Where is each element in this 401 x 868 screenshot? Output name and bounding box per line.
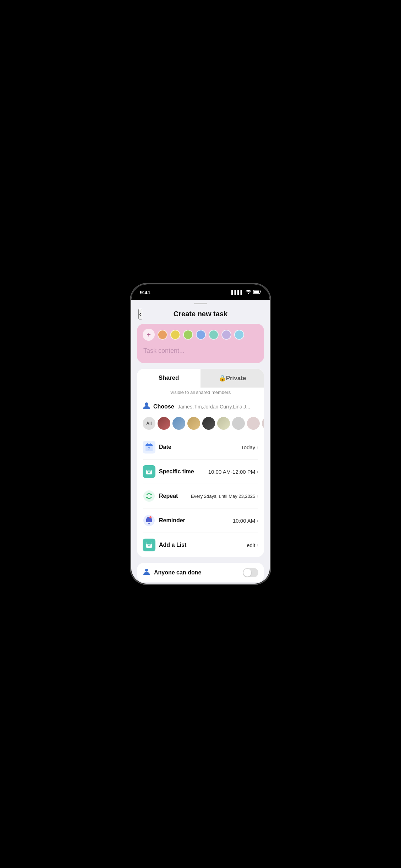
drag-handle [131, 300, 270, 306]
avatar-6[interactable] [232, 417, 245, 430]
specific-time-label: Specific time [159, 468, 208, 475]
color-dot-yellow[interactable] [170, 330, 180, 340]
repeat-chevron: › [257, 493, 258, 499]
status-bar: 9:41 ▌▌▌▌ [131, 284, 270, 300]
reminder-chevron: › [257, 518, 258, 523]
color-row: + [143, 329, 258, 341]
avatar-5[interactable] [217, 417, 230, 430]
avatar-4[interactable] [202, 417, 215, 430]
task-input-area[interactable]: + Task content... [137, 324, 264, 363]
add-list-chevron: › [257, 542, 258, 548]
svg-point-20 [149, 516, 152, 518]
specific-time-chevron: › [257, 469, 258, 474]
tab-row: Shared 🔒Private [137, 369, 264, 388]
svg-point-15 [143, 490, 155, 502]
svg-point-3 [145, 402, 148, 406]
reminder-value: 10:00 AM [233, 518, 255, 524]
svg-point-25 [145, 569, 148, 572]
add-list-row[interactable]: W Add a List edit › [137, 533, 264, 557]
content-area: ‹ Create new task + Task content... Shar… [131, 300, 270, 584]
signal-icon: ▌▌▌▌ [231, 290, 243, 295]
svg-text:7: 7 [148, 447, 150, 450]
anyone-toggle[interactable] [243, 568, 258, 577]
date-row[interactable]: 7 Date Today › [137, 435, 264, 459]
avatar-row: All [137, 416, 264, 435]
tab-private[interactable]: 🔒Private [200, 369, 264, 388]
color-dot-green[interactable] [183, 330, 193, 340]
add-list-label: Add a List [159, 542, 247, 548]
add-list-value: edit [247, 542, 255, 548]
tab-shared[interactable]: Shared [137, 369, 200, 388]
time-icon: W [143, 465, 155, 478]
reminder-row[interactable]: Reminder 10:00 AM › [137, 508, 264, 533]
list-icon: W [143, 539, 155, 551]
avatar-3[interactable] [187, 417, 200, 430]
repeat-row[interactable]: Repeat Every 2days, until May 23,2025 › [137, 484, 264, 508]
color-dot-teal[interactable] [209, 330, 219, 340]
repeat-icon [143, 490, 155, 502]
choose-label: Choose [153, 404, 174, 410]
color-dot-blue[interactable] [196, 330, 206, 340]
anyone-label: Anyone can done [154, 569, 239, 576]
specific-time-value: 10:00 AM-12:00 PM [208, 469, 256, 475]
specific-time-row[interactable]: W Specific time 10:00 AM-12:00 PM › [137, 460, 264, 484]
svg-point-19 [148, 523, 150, 524]
battery-icon [253, 290, 261, 295]
date-value: Today [241, 444, 255, 450]
avatar-8[interactable] [262, 417, 264, 430]
choose-row[interactable]: Choose James,Tim,Jordan,Curry,Lina,J... [137, 399, 264, 416]
visible-text: Visible to all shared members [137, 388, 264, 399]
anyone-row: Anyone can done [143, 568, 258, 577]
svg-rect-2 [254, 290, 259, 293]
bottom-panel: Anyone can done [137, 563, 264, 582]
svg-point-0 [248, 293, 249, 294]
status-icons: ▌▌▌▌ [231, 290, 261, 295]
color-dot-orange[interactable] [158, 330, 167, 340]
anyone-icon [143, 568, 150, 577]
svg-rect-14 [146, 469, 152, 471]
page-title: Create new task [174, 310, 227, 318]
avatar-all[interactable]: All [143, 417, 155, 430]
choose-names: James,Tim,Jordan,Curry,Lina,J... [178, 404, 251, 410]
color-dot-sky[interactable] [234, 330, 244, 340]
reminder-icon [143, 514, 155, 527]
wifi-icon [246, 290, 251, 295]
toggle-knob [243, 569, 251, 577]
avatar-1[interactable] [158, 417, 170, 430]
status-time: 9:41 [140, 289, 150, 295]
shared-private-panel: Shared 🔒Private Visible to all shared me… [137, 369, 264, 557]
task-content-input[interactable]: Task content... [143, 346, 258, 356]
person-icon [143, 401, 150, 412]
date-label: Date [159, 444, 241, 450]
avatar-2[interactable] [172, 417, 185, 430]
avatar-7[interactable] [247, 417, 260, 430]
reminder-label: Reminder [159, 517, 233, 524]
repeat-value: Every 2days, until May 23,2025 [191, 494, 255, 499]
color-dot-lavender[interactable] [221, 330, 231, 340]
calendar-icon: 7 [143, 441, 155, 454]
repeat-label: Repeat [159, 493, 191, 499]
svg-rect-24 [146, 542, 152, 544]
back-button[interactable]: ‹ [138, 309, 142, 319]
add-color-button[interactable]: + [143, 329, 155, 341]
date-chevron: › [257, 444, 258, 450]
header: ‹ Create new task [131, 306, 270, 324]
